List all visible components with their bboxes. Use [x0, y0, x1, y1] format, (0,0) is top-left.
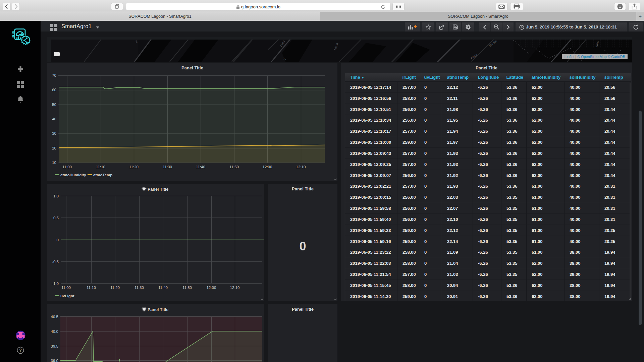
svg-text:11:00: 11:00	[61, 286, 71, 290]
svg-text:10: 10	[52, 161, 56, 165]
svg-text:1.0: 1.0	[53, 194, 59, 198]
svg-text:11:10: 11:10	[87, 286, 96, 290]
svg-text:Leaflet | © OpenStreetMap © Ca: Leaflet | © OpenStreetMap © CartoDB	[564, 55, 625, 59]
svg-text:11:30: 11:30	[163, 165, 172, 169]
svg-text:40.5: 40.5	[51, 315, 58, 319]
svg-text:40.0: 40.0	[51, 329, 58, 334]
svg-text:uvLight: uvLight	[60, 294, 74, 298]
svg-text:?: ?	[19, 348, 22, 353]
svg-text:Panel Title: Panel Title	[148, 187, 168, 192]
svg-text:11:50: 11:50	[229, 165, 239, 169]
svg-text:atmoHumidity: atmoHumidity	[60, 173, 86, 177]
svg-text:0.5: 0.5	[53, 216, 59, 220]
svg-text:40: 40	[52, 117, 56, 121]
svg-text:12:10: 12:10	[230, 286, 240, 290]
svg-text:11:00: 11:00	[62, 165, 72, 169]
svg-text:-1.0: -1.0	[52, 282, 59, 286]
svg-text:70: 70	[52, 73, 56, 77]
svg-text:11:50: 11:50	[182, 286, 192, 290]
svg-text:12:00: 12:00	[207, 286, 216, 290]
svg-text:50: 50	[52, 103, 56, 107]
svg-text:11:30: 11:30	[135, 286, 144, 290]
svg-text:30: 30	[52, 131, 56, 135]
svg-text:11:40: 11:40	[158, 286, 168, 290]
svg-text:11:10: 11:10	[96, 165, 105, 169]
svg-text:-0.5: -0.5	[52, 260, 59, 264]
svg-text:11:40: 11:40	[196, 165, 205, 169]
svg-text:Panel Title: Panel Title	[148, 307, 168, 312]
svg-text:11:20: 11:20	[110, 286, 120, 290]
svg-text:39.5: 39.5	[51, 344, 58, 348]
svg-text:60: 60	[52, 88, 56, 92]
svg-text:39.0: 39.0	[51, 359, 58, 362]
svg-text:20: 20	[52, 146, 56, 150]
svg-text:atmoTemp: atmoTemp	[93, 173, 112, 177]
svg-text:0: 0	[57, 238, 59, 242]
svg-text:12:00: 12:00	[263, 165, 272, 169]
svg-text:12:10: 12:10	[296, 165, 306, 169]
svg-text:11:20: 11:20	[129, 165, 139, 169]
